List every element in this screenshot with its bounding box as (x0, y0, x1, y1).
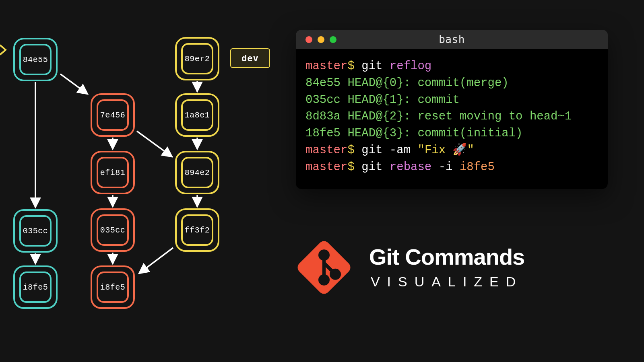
commit-node: 84e55 (13, 38, 58, 81)
branch-label-dev: dev (230, 48, 270, 68)
commit-node: ff3f2 (175, 208, 219, 252)
commit-hash: 035cc (100, 226, 126, 235)
svg-line-2 (60, 74, 88, 94)
terminal-title: bash (296, 33, 608, 45)
maximize-icon[interactable] (330, 36, 336, 43)
svg-line-6 (137, 131, 172, 157)
commit-hash: 1a8e1 (185, 111, 210, 120)
commit-hash: ff3f2 (185, 226, 210, 235)
terminal-window: bash master$ git reflog 84e55 HEAD@{0}: … (296, 30, 608, 189)
commit-node: i8fe5 (91, 265, 135, 309)
commit-node: efi81 (91, 151, 135, 194)
terminal-output-line: 035cc HEAD@{1}: commit (305, 92, 598, 109)
commit-hash: efi81 (100, 168, 126, 177)
commit-node: 89er2 (175, 37, 219, 80)
svg-point-14 (320, 251, 328, 259)
terminal-output-line: 18fe5 HEAD@{3}: commit(initial) (305, 125, 598, 142)
page-subtitle: VISUALIZED (369, 274, 524, 290)
page-title: Git Commands (369, 246, 524, 268)
commit-hash: 89er2 (185, 54, 210, 64)
commit-hash: i8fe5 (100, 283, 126, 292)
commit-node: 7e456 (91, 93, 135, 137)
terminal-cmd-2: master$ git -am "Fix 🚀" (305, 142, 598, 159)
branding: Git Commands VISUALIZED (296, 239, 524, 296)
commit-hash: 7e456 (100, 111, 126, 120)
commit-hash: 035cc (23, 226, 48, 236)
commit-node: 035cc (91, 208, 135, 252)
terminal-cmd-1: master$ git reflog (305, 58, 598, 75)
terminal-cmd-3: master$ git rebase -i i8fe5 (305, 159, 598, 176)
git-logo-icon (296, 239, 352, 296)
close-icon[interactable] (305, 36, 312, 43)
commit-hash: 894e2 (185, 168, 210, 177)
commit-node: 1a8e1 (175, 93, 219, 137)
terminal-output-line: 84e55 HEAD@{0}: commit(merge) (305, 75, 598, 92)
terminal-body: master$ git reflog 84e55 HEAD@{0}: commi… (296, 49, 608, 189)
svg-line-10 (139, 248, 173, 274)
svg-point-15 (320, 276, 328, 284)
commit-node: 035cc (13, 209, 58, 253)
commit-hash: i8fe5 (23, 283, 48, 292)
commit-node: i8fe5 (13, 265, 58, 309)
commit-node: 894e2 (175, 151, 219, 194)
terminal-output-line: 8d83a HEAD@{2}: reset moving to head~1 (305, 108, 598, 125)
terminal-titlebar: bash (296, 30, 608, 49)
svg-point-16 (331, 270, 339, 278)
minimize-icon[interactable] (318, 36, 324, 43)
commit-hash: 84e55 (23, 55, 48, 64)
traffic-lights (305, 36, 336, 43)
